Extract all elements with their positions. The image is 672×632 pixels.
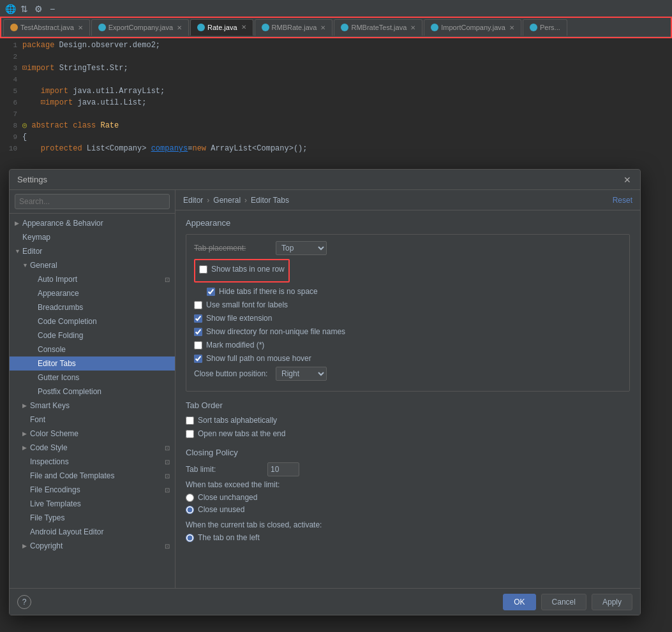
closing-policy-section-title: Closing Policy <box>186 448 630 457</box>
globe-icon[interactable]: 🌐 <box>5 4 15 14</box>
close-unchanged-row: Close unchanged <box>186 493 630 502</box>
tree-item-appearance[interactable]: Appearance <box>10 286 175 300</box>
tab-limit-row: Tab limit: <box>186 462 630 476</box>
dialog-title: Settings <box>17 175 47 184</box>
tree-item-keymap[interactable]: Keymap <box>10 230 175 244</box>
sort-tabs-checkbox[interactable] <box>186 416 194 425</box>
settings-tree: ▶ Appearance & Behavior Keymap ▼ Editor … <box>10 214 175 588</box>
tree-item-live-templates[interactable]: Live Templates <box>10 497 175 511</box>
file-templates-icon: ⊡ <box>165 473 175 480</box>
tree-item-font[interactable]: Font <box>10 413 175 427</box>
tab-limit-input[interactable] <box>267 462 299 476</box>
tree-item-inspections[interactable]: Inspections ⊡ <box>10 455 175 469</box>
tree-item-smart-keys[interactable]: ▶ Smart Keys <box>10 399 175 413</box>
tree-item-general[interactable]: ▼ General <box>10 258 175 272</box>
tree-item-code-folding[interactable]: Code Folding <box>10 328 175 342</box>
show-directory-row: Show directory for non-unique file names <box>194 327 622 337</box>
mark-modified-checkbox[interactable] <box>194 341 202 349</box>
arrows-icon[interactable]: ⇅ <box>19 4 29 14</box>
tree-item-copyright[interactable]: ▶ Copyright ⊡ <box>10 539 175 553</box>
show-extension-label: Show file extension <box>206 314 272 323</box>
tree-item-appearance-behavior[interactable]: ▶ Appearance & Behavior <box>10 216 175 230</box>
breadcrumb: Editor › General › Editor Tabs <box>183 196 289 205</box>
breadcrumb-sep-2: › <box>244 196 247 205</box>
tab-placement-select[interactable]: Top Bottom Left Right None <box>276 241 327 255</box>
tree-item-auto-import[interactable]: Auto Import ⊡ <box>10 272 175 286</box>
tab-on-left-row: The tab on the left <box>186 533 630 542</box>
tree-item-postfix-completion[interactable]: Postfix Completion <box>10 385 175 399</box>
tab-rate[interactable]: Rate.java ✕ <box>190 19 253 36</box>
tab-rmbratetest[interactable]: RMBrateTest.java ✕ <box>334 19 422 36</box>
editor-tabs-bar: TestAbstract.java ✕ ExportCompany.java ✕… <box>0 18 672 37</box>
ok-button[interactable]: OK <box>503 594 535 610</box>
gear-icon[interactable]: ⚙ <box>33 4 43 14</box>
auto-import-icon: ⊡ <box>165 276 175 283</box>
tree-item-breadcrumbs[interactable]: Breadcrumbs <box>10 300 175 314</box>
tree-item-editor[interactable]: ▼ Editor <box>10 244 175 258</box>
show-directory-checkbox[interactable] <box>194 328 202 336</box>
open-new-tabs-row: Open new tabs at the end <box>186 429 630 439</box>
tree-item-file-encodings[interactable]: File Encodings ⊡ <box>10 483 175 497</box>
tree-item-code-completion[interactable]: Code Completion <box>10 314 175 328</box>
tab-importcompany[interactable]: ImportCompany.java ✕ <box>424 19 521 36</box>
tab-limit-label: Tab limit: <box>186 465 262 474</box>
tree-item-code-style[interactable]: ▶ Code Style ⊡ <box>10 441 175 455</box>
show-extension-row: Show file extension <box>194 313 622 323</box>
copyright-icon: ⊡ <box>165 543 175 550</box>
show-tabs-checkbox[interactable] <box>199 265 207 274</box>
hide-tabs-row: Hide tabs if there is no space <box>207 286 622 297</box>
tree-item-file-code-templates[interactable]: File and Code Templates ⊡ <box>10 469 175 483</box>
dialog-body: ▶ Appearance & Behavior Keymap ▼ Editor … <box>10 190 640 588</box>
close-button-select[interactable]: Right Left Hidden <box>276 367 327 381</box>
settings-content: Appearance Tab placement: Top Bottom Lef… <box>175 210 640 588</box>
close-unused-radio[interactable] <box>186 506 194 514</box>
show-tabs-row: Show tabs in one row <box>199 264 285 274</box>
settings-left-panel: ▶ Appearance & Behavior Keymap ▼ Editor … <box>10 190 175 588</box>
show-tabs-highlight: Show tabs in one row <box>194 259 290 283</box>
close-button-position-row: Close button position: Right Left Hidden <box>194 367 622 381</box>
dialog-footer: ? OK Cancel Apply <box>10 588 640 615</box>
show-full-path-label: Show full path on mouse hover <box>206 354 311 363</box>
breadcrumb-general: General <box>213 196 241 205</box>
appearance-section-title: Appearance <box>186 218 630 228</box>
show-directory-label: Show directory for non-unique file names <box>206 327 345 336</box>
tree-item-editor-tabs[interactable]: Editor Tabs <box>10 356 175 371</box>
show-full-path-checkbox[interactable] <box>194 355 202 363</box>
show-full-path-row: Show full path on mouse hover <box>194 353 622 364</box>
settings-dialog: Settings ✕ ▶ Appearance & Behavior Keyma… <box>9 169 641 615</box>
close-unchanged-radio[interactable] <box>186 494 194 502</box>
close-dialog-button[interactable]: ✕ <box>622 175 632 185</box>
small-font-row: Use small font for labels <box>194 300 622 310</box>
tree-item-android-layout-editor[interactable]: Android Layout Editor <box>10 525 175 539</box>
help-button[interactable]: ? <box>17 595 31 609</box>
editor-toolbar: 🌐 ⇅ ⚙ − <box>0 0 672 18</box>
tree-item-console[interactable]: Console <box>10 342 175 356</box>
tree-item-file-types[interactable]: File Types <box>10 511 175 525</box>
settings-right-panel: Editor › General › Editor Tabs Reset App… <box>175 190 640 588</box>
tab-rmbrate[interactable]: RMBRate.java ✕ <box>255 19 333 36</box>
reset-button[interactable]: Reset <box>613 196 632 205</box>
small-font-checkbox[interactable] <box>194 301 202 309</box>
breadcrumb-editor-tabs: Editor Tabs <box>251 196 289 205</box>
small-font-label: Use small font for labels <box>206 300 288 309</box>
when-current-closed-label: When the current tab is closed, activate… <box>186 520 630 529</box>
show-extension-checkbox[interactable] <box>194 314 202 323</box>
hide-tabs-checkbox[interactable] <box>207 288 215 296</box>
cancel-button[interactable]: Cancel <box>541 594 586 610</box>
tree-item-color-scheme[interactable]: ▶ Color Scheme <box>10 427 175 441</box>
dialog-titlebar: Settings ✕ <box>10 170 640 190</box>
open-new-tabs-checkbox[interactable] <box>186 430 194 438</box>
settings-search-input[interactable] <box>15 194 170 209</box>
close-unchanged-label: Close unchanged <box>198 493 257 502</box>
footer-right: OK Cancel Apply <box>503 594 632 610</box>
apply-button[interactable]: Apply <box>592 594 632 610</box>
minus-icon[interactable]: − <box>47 4 57 14</box>
tab-exportcompany[interactable]: ExportCompany.java ✕ <box>91 19 189 36</box>
tab-testabstract[interactable]: TestAbstract.java ✕ <box>3 19 90 36</box>
breadcrumb-bar: Editor › General › Editor Tabs Reset <box>175 190 640 210</box>
tree-item-gutter-icons[interactable]: Gutter Icons <box>10 371 175 385</box>
code-editor-area: 🌐 ⇅ ⚙ − TestAbstract.java ✕ ExportCompan… <box>0 0 672 169</box>
tab-pers[interactable]: Pers... <box>523 19 567 36</box>
close-unused-label: Close unused <box>198 505 244 514</box>
tab-on-left-radio[interactable] <box>186 534 194 542</box>
